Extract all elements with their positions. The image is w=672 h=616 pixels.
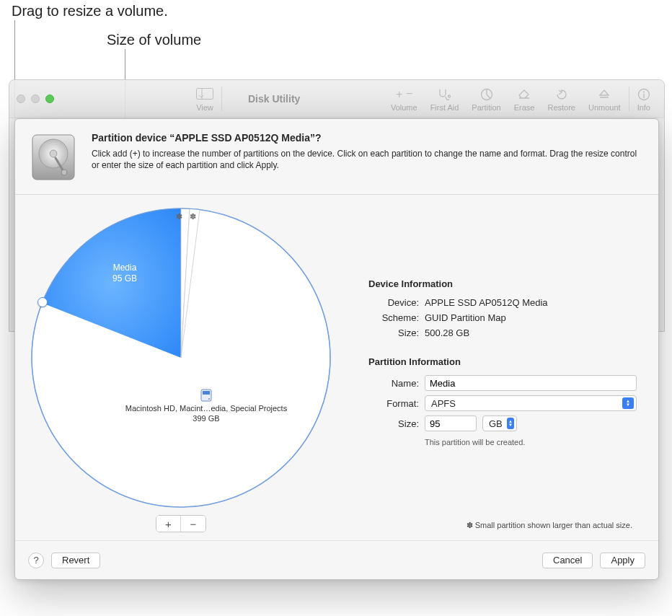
disk-icon (28, 132, 79, 182)
svg-point-10 (50, 150, 57, 157)
svg-text:+: + (396, 89, 402, 100)
resize-handle[interactable] (37, 297, 48, 307)
sidebar-icon (196, 87, 213, 102)
chevron-updown-icon: ▲▼ (507, 418, 514, 429)
toolbar-info-label: Info (637, 103, 650, 112)
small-partition-footnote: ✽ Small partition shown larger than actu… (467, 521, 632, 530)
size-unit-value: GB (489, 418, 503, 429)
annotation-size-of-volume: Size of volume (107, 32, 201, 48)
pie-selected-name: Media (96, 263, 154, 273)
volume-hd-icon (200, 389, 213, 402)
toolbar-erase-button[interactable]: Erase (508, 82, 541, 115)
toolbar-unmount-button[interactable]: Unmount (582, 82, 627, 115)
small-partition-marker: ✽ (176, 212, 182, 221)
partition-format-popup[interactable]: APFS ▲▼ (425, 395, 637, 411)
info-panel: Device Information Device: APPLE SSD AP0… (347, 206, 644, 540)
apply-button[interactable]: Apply (600, 553, 645, 568)
dialog-title: Partition device “APPLE SSD AP0512Q Medi… (92, 132, 644, 144)
pie-selected-size: 95 GB (96, 273, 154, 284)
partition-info-heading: Partition Information (368, 356, 637, 367)
name-label: Name: (368, 378, 419, 389)
toolbar-partition-button[interactable]: Partition (465, 82, 507, 115)
svg-text:−: − (406, 89, 412, 100)
format-value: APFS (431, 398, 456, 409)
scheme-label: Scheme: (368, 312, 419, 323)
remove-partition-button[interactable]: − (181, 516, 205, 532)
dialog-footer: ? Revert Cancel Apply (15, 540, 658, 579)
size-unit-popup[interactable]: GB ▲▼ (482, 415, 517, 431)
format-label: Format: (368, 398, 419, 409)
toolbar-restore-label: Restore (547, 103, 575, 112)
pie-main-label: Macintosh HD, Macint…edia, Special Proje… (116, 404, 296, 424)
window-close-button[interactable] (17, 94, 25, 103)
toolbar-volume-button[interactable]: +− Volume (384, 82, 424, 115)
restore-icon (555, 87, 568, 102)
toolbar-restore-button[interactable]: Restore (541, 82, 582, 115)
toolbar-volume-label: Volume (391, 103, 417, 112)
devsize-value: 500.28 GB (425, 327, 637, 338)
scheme-value: GUID Partition Map (425, 312, 637, 323)
svg-rect-7 (643, 94, 644, 98)
stethoscope-icon (437, 87, 451, 102)
window-zoom-button[interactable] (45, 94, 54, 103)
partition-dialog: Partition device “APPLE SSD AP0512Q Medi… (14, 118, 659, 580)
size-label: Size: (368, 418, 419, 429)
svg-point-6 (643, 92, 645, 93)
add-partition-button[interactable]: + (156, 516, 181, 532)
toolbar-firstaid-button[interactable]: First Aid (424, 82, 466, 115)
toolbar-separator (629, 87, 629, 111)
toolbar-firstaid-label: First Aid (430, 103, 459, 112)
partition-size-input[interactable] (425, 415, 477, 431)
partition-info-table: Name: Format: APFS ▲▼ (368, 373, 637, 434)
toolbar-view-label: View (196, 103, 213, 112)
pie-selected-label: Media 95 GB (96, 263, 154, 284)
small-partition-marker: ✽ (190, 212, 196, 221)
device-label: Device: (368, 297, 419, 308)
eject-icon (598, 87, 610, 102)
toolbar-view-button[interactable]: View (190, 82, 220, 115)
partition-name-input[interactable] (425, 375, 637, 391)
device-info-heading: Device Information (368, 278, 637, 289)
add-remove-partition-buttons: + − (156, 515, 206, 532)
toolbar-erase-label: Erase (514, 103, 535, 112)
dialog-subtitle: Click add (+) to increase the number of … (92, 148, 644, 171)
svg-point-16 (208, 398, 210, 400)
chevron-updown-icon: ▲▼ (622, 397, 634, 409)
pie-main-name: Macintosh HD, Macint…edia, Special Proje… (116, 404, 296, 414)
partition-note: This partition will be created. (368, 438, 637, 446)
partition-pie-chart[interactable]: Media 95 GB Macintosh HD, Macint…edia, S… (30, 206, 332, 509)
revert-button[interactable]: Revert (51, 553, 100, 568)
help-button[interactable]: ? (28, 553, 44, 568)
pie-main-size: 399 GB (116, 414, 296, 424)
toolbar-info-button[interactable]: Info (631, 82, 657, 115)
info-icon (637, 87, 650, 102)
toolbar-unmount-label: Unmount (588, 103, 621, 112)
traffic-lights (17, 94, 54, 103)
toolbar-separator (221, 87, 222, 111)
window-minimize-button[interactable] (31, 94, 40, 103)
toolbar-partition-label: Partition (472, 103, 500, 112)
annotation-drag-resize: Drag to resize a volume. (12, 3, 168, 19)
erase-icon (517, 87, 531, 102)
svg-rect-0 (197, 89, 213, 100)
pie-icon (480, 87, 493, 102)
svg-rect-15 (203, 391, 210, 395)
app-title: Disk Utility (248, 93, 300, 105)
dialog-header: Partition device “APPLE SSD AP0512Q Medi… (15, 119, 658, 195)
plus-minus-icon: +− (393, 87, 415, 102)
device-info-table: Device: APPLE SSD AP0512Q Media Scheme: … (368, 295, 637, 340)
svg-point-11 (61, 170, 67, 175)
titlebar: View Disk Utility +− Volume First Aid Pa… (9, 80, 664, 118)
device-value: APPLE SSD AP0512Q Media (425, 297, 637, 308)
pie-chart-area: Media 95 GB Macintosh HD, Macint…edia, S… (30, 206, 347, 540)
cancel-button[interactable]: Cancel (542, 553, 593, 568)
devsize-label: Size: (368, 327, 419, 338)
